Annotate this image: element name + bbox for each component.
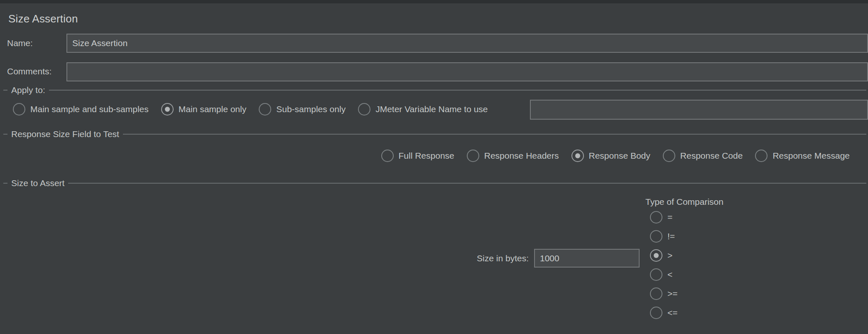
radio-icon bbox=[650, 211, 662, 223]
radio-sub-samples-only[interactable]: Sub-samples only bbox=[259, 103, 346, 115]
jmeter-variable-name-input[interactable] bbox=[530, 100, 868, 120]
radio-icon bbox=[571, 150, 584, 162]
radio-icon bbox=[650, 249, 662, 262]
radio-response-code[interactable]: Response Code bbox=[663, 150, 743, 162]
size-to-assert-section-header: Size to Assert bbox=[3, 178, 866, 188]
apply-to-radio-group: Main sample and sub-samples Main sample … bbox=[13, 99, 488, 119]
top-strip bbox=[0, 0, 868, 3]
radio-icon bbox=[755, 150, 767, 162]
radio-comparison-greater-than[interactable]: > bbox=[650, 246, 678, 265]
response-size-field-section-header: Response Size Field to Test bbox=[3, 129, 866, 139]
radio-main-sample-and-sub-samples[interactable]: Main sample and sub-samples bbox=[13, 103, 149, 115]
comments-label: Comments: bbox=[7, 66, 51, 76]
radio-comparison-less-than[interactable]: < bbox=[650, 265, 678, 284]
radio-response-message[interactable]: Response Message bbox=[755, 150, 850, 162]
apply-to-section-header: Apply to: bbox=[3, 85, 866, 95]
size-in-bytes-input[interactable] bbox=[534, 249, 640, 268]
radio-icon bbox=[161, 103, 174, 115]
radio-icon bbox=[650, 287, 662, 300]
radio-full-response[interactable]: Full Response bbox=[381, 150, 454, 162]
radio-comparison-equal[interactable]: = bbox=[650, 208, 678, 227]
name-label: Name: bbox=[7, 38, 33, 48]
radio-response-headers[interactable]: Response Headers bbox=[467, 150, 559, 162]
response-field-radio-group: Full Response Response Headers Response … bbox=[381, 146, 850, 166]
name-input[interactable] bbox=[66, 34, 868, 53]
comparison-radio-group: = != > < >= <= bbox=[650, 208, 678, 322]
size-assertion-panel: Size Assertion Name: Comments: Apply to:… bbox=[0, 0, 868, 334]
radio-icon bbox=[650, 230, 662, 243]
page-title: Size Assertion bbox=[8, 12, 78, 25]
type-of-comparison-title: Type of Comparison bbox=[645, 197, 723, 207]
radio-comparison-not-equal[interactable]: != bbox=[650, 227, 678, 246]
size-in-bytes-row: Size in bytes: bbox=[415, 248, 640, 268]
radio-icon bbox=[650, 307, 662, 319]
comments-input[interactable] bbox=[66, 62, 868, 81]
radio-comparison-greater-or-equal[interactable]: >= bbox=[650, 284, 678, 303]
radio-main-sample-only[interactable]: Main sample only bbox=[161, 103, 246, 115]
response-size-field-legend: Response Size Field to Test bbox=[11, 129, 119, 139]
radio-icon bbox=[381, 150, 394, 162]
radio-comparison-less-or-equal[interactable]: <= bbox=[650, 303, 678, 322]
radio-icon bbox=[259, 103, 271, 115]
radio-response-body[interactable]: Response Body bbox=[571, 150, 650, 162]
radio-jmeter-variable-name[interactable]: JMeter Variable Name to use bbox=[358, 103, 488, 115]
radio-icon bbox=[13, 103, 25, 115]
size-in-bytes-label: Size in bytes: bbox=[415, 253, 529, 263]
radio-icon bbox=[650, 268, 662, 281]
radio-icon bbox=[467, 150, 479, 162]
radio-icon bbox=[663, 150, 675, 162]
apply-to-legend: Apply to: bbox=[11, 85, 45, 95]
size-to-assert-legend: Size to Assert bbox=[11, 178, 64, 188]
radio-icon bbox=[358, 103, 370, 115]
